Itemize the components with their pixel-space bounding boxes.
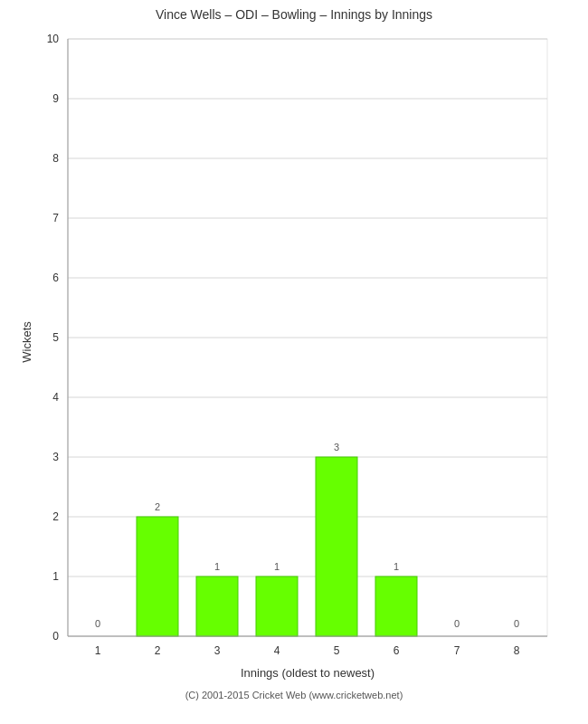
svg-text:0: 0 (52, 630, 59, 643)
svg-text:2: 2 (52, 510, 59, 523)
svg-text:3: 3 (334, 442, 339, 452)
svg-text:5: 5 (334, 644, 340, 657)
svg-text:0: 0 (454, 618, 460, 629)
svg-text:6: 6 (394, 644, 400, 657)
svg-text:3: 3 (52, 451, 59, 463)
svg-text:7: 7 (52, 212, 59, 224)
svg-text:0: 0 (514, 618, 519, 629)
svg-text:9: 9 (52, 92, 59, 105)
bar-2 (137, 517, 178, 636)
svg-text:10: 10 (47, 33, 60, 45)
svg-text:Innings (oldest to newest): Innings (oldest to newest) (241, 666, 375, 680)
svg-text:2: 2 (155, 501, 160, 512)
svg-text:4: 4 (52, 391, 59, 404)
svg-text:7: 7 (454, 644, 460, 657)
svg-text:Wickets: Wickets (20, 321, 33, 363)
svg-text:1: 1 (95, 644, 101, 657)
svg-text:6: 6 (52, 272, 59, 284)
bar-5 (316, 457, 357, 636)
bar-4 (256, 576, 298, 636)
svg-text:1: 1 (394, 561, 399, 572)
svg-text:1: 1 (52, 570, 59, 583)
svg-text:4: 4 (274, 644, 280, 657)
footer-text: (C) 2001-2015 Cricket Web (www.cricketwe… (185, 690, 403, 700)
bar-3 (196, 576, 238, 636)
bar-chart: 0 1 2 3 4 5 6 7 8 9 10 Wickets 0 2 (18, 25, 579, 686)
bar-6 (375, 576, 417, 636)
svg-text:0: 0 (95, 618, 100, 629)
svg-text:1: 1 (274, 561, 280, 572)
svg-text:2: 2 (155, 644, 161, 657)
svg-text:1: 1 (214, 561, 220, 572)
chart-container: Vince Wells – ODI – Bowling – Innings by… (0, 0, 588, 724)
svg-text:5: 5 (52, 331, 59, 344)
svg-text:3: 3 (214, 644, 221, 657)
svg-text:8: 8 (514, 644, 520, 657)
chart-title: Vince Wells – ODI – Bowling – Innings by… (156, 7, 432, 22)
svg-text:8: 8 (52, 152, 59, 165)
